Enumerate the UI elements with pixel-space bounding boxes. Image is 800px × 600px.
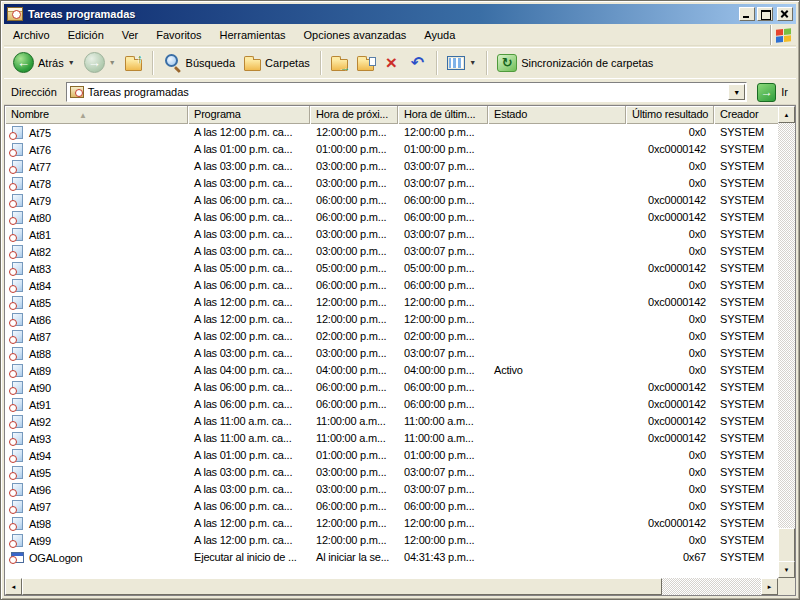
- cell-nombre[interactable]: At95: [5, 464, 188, 481]
- menu-favoritos[interactable]: Favoritos: [147, 25, 210, 45]
- address-dropdown-button[interactable]: ▼: [728, 84, 745, 100]
- header-proxima-ejecucion[interactable]: Hora de próxi...: [310, 106, 398, 124]
- table-row[interactable]: At76A las 01:00 p.m. ca...01:00:00 p.m..…: [5, 141, 778, 158]
- views-dropdown-icon[interactable]: ▼: [469, 59, 476, 66]
- scroll-down-icon[interactable]: ▼: [778, 561, 795, 578]
- undo-button[interactable]: ↶: [406, 53, 429, 73]
- cell-nombre[interactable]: At84: [5, 277, 188, 294]
- table-row[interactable]: At80A las 06:00 p.m. ca...06:00:00 p.m..…: [5, 209, 778, 226]
- header-nombre[interactable]: Nombre▲: [5, 106, 188, 124]
- menu-archivo[interactable]: Archivo: [4, 25, 59, 45]
- folder-sync-button[interactable]: ↻ Sincronización de carpetas: [494, 52, 656, 74]
- forward-button[interactable]: → ▼: [81, 50, 119, 75]
- horizontal-scroll-thumb[interactable]: [22, 578, 662, 595]
- table-row[interactable]: At75A las 12:00 p.m. ca...12:00:00 p.m..…: [5, 124, 778, 141]
- table-row[interactable]: At87A las 02:00 p.m. ca...02:00:00 p.m..…: [5, 328, 778, 345]
- table-row[interactable]: At83A las 05:00 p.m. ca...05:00:00 p.m..…: [5, 260, 778, 277]
- scroll-right-icon[interactable]: ►: [761, 578, 778, 595]
- title-bar[interactable]: Tareas programadas: [4, 4, 796, 24]
- cell-nombre[interactable]: At75: [5, 124, 188, 141]
- cell-nombre[interactable]: At93: [5, 430, 188, 447]
- table-row[interactable]: At92A las 11:00 a.m. ca...11:00:00 a.m..…: [5, 413, 778, 430]
- table-row[interactable]: At95A las 03:00 p.m. ca...03:00:00 p.m..…: [5, 464, 778, 481]
- menu-ver[interactable]: Ver: [113, 25, 148, 45]
- header-ultimo-resultado[interactable]: Último resultado: [626, 106, 714, 124]
- cell-nombre[interactable]: At91: [5, 396, 188, 413]
- table-row[interactable]: At79A las 06:00 p.m. ca...06:00:00 p.m..…: [5, 192, 778, 209]
- cell-nombre[interactable]: OGALogon: [5, 549, 188, 566]
- table-row[interactable]: At89A las 04:00 p.m. ca...04:00:00 p.m..…: [5, 362, 778, 379]
- views-button[interactable]: ▼: [444, 54, 479, 72]
- table-row[interactable]: At93A las 11:00 a.m. ca...11:00:00 a.m..…: [5, 430, 778, 447]
- cell-nombre[interactable]: At85: [5, 294, 188, 311]
- cell-ultima: 06:00:00 p.m...: [398, 498, 488, 515]
- cell-nombre[interactable]: At98: [5, 515, 188, 532]
- table-row[interactable]: At82A las 03:00 p.m. ca...03:00:00 p.m..…: [5, 243, 778, 260]
- cell-nombre[interactable]: At82: [5, 243, 188, 260]
- folders-button[interactable]: Carpetas: [241, 53, 313, 73]
- back-button[interactable]: ← Atrás ▼: [10, 50, 78, 75]
- minimize-button[interactable]: [739, 7, 755, 21]
- table-row[interactable]: At98A las 12:00 p.m. ca...12:00:00 p.m..…: [5, 515, 778, 532]
- table-row[interactable]: At97A las 06:00 p.m. ca...06:00:00 p.m..…: [5, 498, 778, 515]
- scroll-left-icon[interactable]: ◄: [5, 578, 22, 595]
- cell-nombre[interactable]: At90: [5, 379, 188, 396]
- go-button[interactable]: → Ir: [752, 83, 793, 102]
- cell-nombre[interactable]: At94: [5, 447, 188, 464]
- cell-nombre[interactable]: At80: [5, 209, 188, 226]
- header-creador[interactable]: Creador: [714, 106, 780, 124]
- cell-nombre[interactable]: At81: [5, 226, 188, 243]
- table-row[interactable]: At81A las 03:00 p.m. ca...03:00:00 p.m..…: [5, 226, 778, 243]
- table-row[interactable]: At94A las 01:00 p.m. ca...01:00:00 p.m..…: [5, 447, 778, 464]
- table-row[interactable]: At86A las 12:00 p.m. ca...12:00:00 p.m..…: [5, 311, 778, 328]
- maximize-button[interactable]: [757, 7, 773, 21]
- menu-ayuda[interactable]: Ayuda: [415, 25, 464, 45]
- cell-nombre[interactable]: At79: [5, 192, 188, 209]
- cell-nombre[interactable]: At86: [5, 311, 188, 328]
- cell-nombre[interactable]: At96: [5, 481, 188, 498]
- cell-nombre[interactable]: At77: [5, 158, 188, 175]
- header-programa[interactable]: Programa: [188, 106, 310, 124]
- copy-to-button[interactable]: [354, 53, 377, 73]
- address-bar: Dirección Tareas programadas ▼ → Ir: [4, 80, 796, 105]
- table-row[interactable]: At91A las 06:00 p.m. ca...06:00:00 p.m..…: [5, 396, 778, 413]
- move-to-button[interactable]: →: [328, 53, 351, 73]
- menu-opciones-avanzadas[interactable]: Opciones avanzadas: [295, 25, 416, 45]
- cell-nombre[interactable]: At76: [5, 141, 188, 158]
- vertical-scrollbar[interactable]: ▲ ▼: [778, 106, 795, 578]
- table-row[interactable]: At85A las 12:00 p.m. ca...12:00:00 p.m..…: [5, 294, 778, 311]
- cell-nombre[interactable]: At92: [5, 413, 188, 430]
- menu-edicion[interactable]: Edición: [59, 25, 113, 45]
- cell-nombre[interactable]: At78: [5, 175, 188, 192]
- table-row[interactable]: At90A las 06:00 p.m. ca...06:00:00 p.m..…: [5, 379, 778, 396]
- scroll-up-icon[interactable]: ▲: [778, 106, 795, 123]
- cell-nombre[interactable]: At99: [5, 532, 188, 549]
- close-button[interactable]: [777, 7, 793, 21]
- forward-dropdown-icon[interactable]: ▼: [109, 59, 116, 66]
- header-ultima-ejecucion[interactable]: Hora de últim...: [398, 106, 488, 124]
- table-row[interactable]: OGALogonEjecutar al inicio de ...Al inic…: [5, 549, 778, 566]
- cell-nombre[interactable]: At88: [5, 345, 188, 362]
- horizontal-scrollbar[interactable]: ◄ ►: [5, 578, 778, 595]
- delete-button[interactable]: ×: [380, 51, 403, 74]
- cell-nombre[interactable]: At89: [5, 362, 188, 379]
- cell-estado: [488, 294, 626, 311]
- task-file-icon: [12, 245, 23, 258]
- back-dropdown-icon[interactable]: ▼: [68, 59, 75, 66]
- cell-proxima: 06:00:00 p.m...: [310, 498, 398, 515]
- cell-nombre[interactable]: At83: [5, 260, 188, 277]
- up-button[interactable]: ↑: [122, 53, 145, 73]
- table-row[interactable]: At96A las 03:00 p.m. ca...03:00:00 p.m..…: [5, 481, 778, 498]
- header-estado[interactable]: Estado: [488, 106, 626, 124]
- table-row[interactable]: At78A las 03:00 p.m. ca...03:00:00 p.m..…: [5, 175, 778, 192]
- address-combobox[interactable]: Tareas programadas ▼: [66, 82, 747, 102]
- vertical-scroll-thumb[interactable]: [778, 528, 795, 562]
- table-row[interactable]: At77A las 03:00 p.m. ca...03:00:00 p.m..…: [5, 158, 778, 175]
- menu-herramientas[interactable]: Herramientas: [211, 25, 295, 45]
- cell-nombre[interactable]: At97: [5, 498, 188, 515]
- table-row[interactable]: At88A las 03:00 p.m. ca...03:00:00 p.m..…: [5, 345, 778, 362]
- table-row[interactable]: At99A las 12:00 p.m. ca...12:00:00 p.m..…: [5, 532, 778, 549]
- search-button[interactable]: Búsqueda: [160, 51, 239, 74]
- cell-nombre[interactable]: At87: [5, 328, 188, 345]
- table-row[interactable]: At84A las 06:00 p.m. ca...06:00:00 p.m..…: [5, 277, 778, 294]
